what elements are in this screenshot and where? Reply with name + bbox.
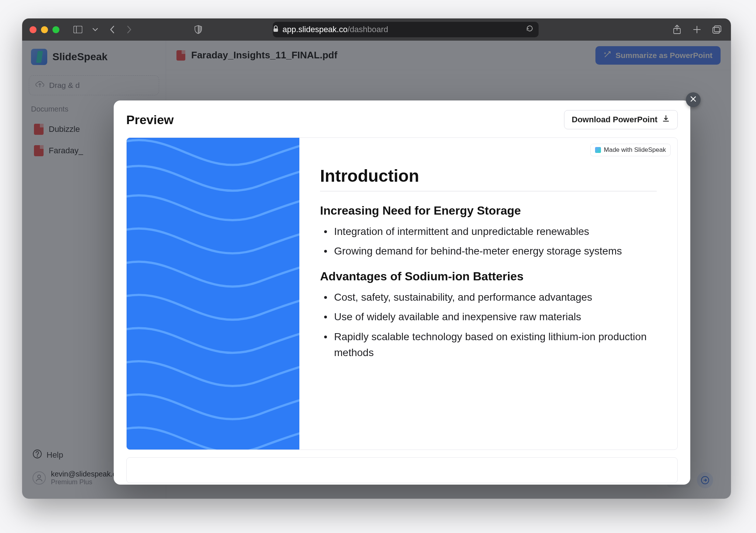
modal-title: Preview — [126, 113, 174, 127]
slide-bullet: Use of widely available and inexpensive … — [324, 309, 657, 325]
slide-bullet: Cost, safety, sustainability, and perfor… — [324, 289, 657, 305]
nav-back-icon[interactable] — [106, 23, 118, 36]
svg-rect-2 — [274, 28, 278, 32]
close-modal-button[interactable] — [686, 92, 701, 107]
url-path: /dashboard — [347, 25, 388, 34]
slidespeak-mini-icon — [595, 147, 601, 153]
privacy-shield-icon[interactable] — [192, 23, 205, 36]
slide-section-title: Advantages of Sodium-ion Batteries — [320, 270, 657, 283]
svg-rect-10 — [127, 138, 299, 450]
download-icon — [662, 115, 670, 125]
slide-section-title: Increasing Need for Energy Storage — [320, 204, 657, 218]
slide-bullet: Rapidly scalable technology based on exi… — [324, 329, 657, 361]
badge-text: Made with SlideSpeak — [604, 146, 666, 154]
slide-bullet-list: Cost, safety, sustainability, and perfor… — [320, 289, 657, 361]
slide-divider — [320, 191, 657, 191]
tabs-overview-icon[interactable] — [710, 23, 724, 36]
slide-decoration — [127, 138, 299, 450]
browser-titlebar: app.slidespeak.co/dashboard — [22, 18, 731, 41]
slide-content: Made with SlideSpeak Introduction Increa… — [299, 138, 677, 450]
close-icon — [690, 95, 697, 105]
made-with-badge: Made with SlideSpeak — [590, 144, 671, 156]
svg-rect-4 — [713, 27, 719, 33]
next-slide-preview[interactable] — [126, 457, 678, 483]
preview-modal: Preview Download PowerPoint — [114, 100, 690, 485]
slide-preview: Made with SlideSpeak Introduction Increa… — [126, 137, 678, 450]
svg-rect-0 — [74, 26, 82, 33]
slide-bullet: Growing demand for behind-the-meter ener… — [324, 243, 657, 259]
sidebar-toggle-icon[interactable] — [71, 23, 85, 36]
browser-window: app.slidespeak.co/dashboard SlideSpeak — [22, 18, 731, 499]
minimize-window-button[interactable] — [41, 26, 48, 33]
modal-header: Preview Download PowerPoint — [114, 100, 690, 137]
new-tab-icon[interactable] — [690, 23, 704, 36]
titlebar-dropdown-icon[interactable] — [89, 23, 102, 36]
slide-bullet-list: Integration of intermittent and unpredic… — [320, 223, 657, 259]
slide-bullet: Integration of intermittent and unpredic… — [324, 223, 657, 239]
slide-heading: Introduction — [320, 166, 657, 186]
refresh-icon[interactable] — [526, 25, 533, 34]
window-controls — [30, 26, 59, 33]
download-powerpoint-button[interactable]: Download PowerPoint — [564, 110, 678, 129]
svg-rect-5 — [714, 26, 721, 32]
address-bar[interactable]: app.slidespeak.co/dashboard — [273, 22, 539, 37]
share-icon[interactable] — [670, 23, 684, 36]
nav-forward-icon[interactable] — [123, 23, 135, 36]
lock-icon — [273, 25, 279, 34]
close-window-button[interactable] — [30, 26, 37, 33]
maximize-window-button[interactable] — [52, 26, 59, 33]
url-host: app.slidespeak.co — [282, 25, 347, 34]
download-label: Download PowerPoint — [572, 115, 657, 124]
